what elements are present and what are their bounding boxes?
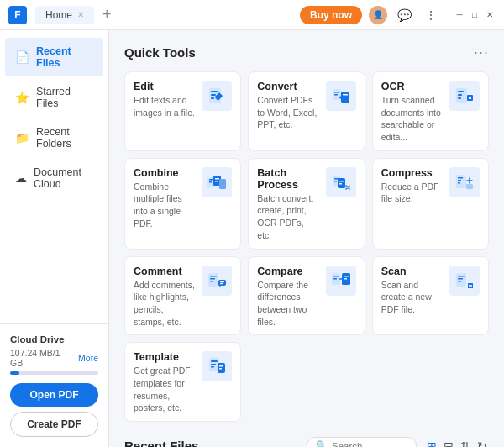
tool-edit-name: Edit — [134, 81, 195, 92]
svg-rect-7 — [334, 94, 338, 96]
svg-rect-9 — [343, 94, 348, 96]
svg-rect-29 — [456, 175, 466, 188]
tool-batch-text: Batch Process Batch convert, create, pri… — [257, 167, 318, 242]
svg-rect-2 — [211, 94, 216, 96]
recent-folders-icon: 📁 — [15, 131, 29, 145]
user-avatar[interactable]: 👤 — [369, 6, 387, 24]
storage-progress-fill — [10, 371, 19, 375]
minimize-button[interactable]: ─ — [454, 9, 465, 21]
tool-combine-text: Combine Combine multiple files into a si… — [134, 167, 195, 230]
svg-rect-53 — [211, 360, 218, 362]
tool-comment-text: Comment Add comments, like highlights, p… — [134, 266, 195, 329]
list-view-icon[interactable]: ⊟ — [442, 438, 455, 448]
scan-icon — [449, 266, 480, 296]
tool-template-text: Template Get great PDF templates for res… — [134, 351, 195, 414]
tool-batch-name: Batch Process — [257, 167, 318, 191]
svg-rect-46 — [344, 276, 349, 277]
recent-files-controls: 🔍 ⊞ ⊟ ⇅ ↻ — [307, 437, 489, 447]
maximize-button[interactable]: □ — [469, 9, 480, 21]
sidebar: 📄 Recent Files ⭐ Starred Files 📁 Recent … — [0, 30, 109, 447]
cloud-drive-title: Cloud Drive — [10, 334, 98, 344]
storage-info: 107.24 MB/1 GB More — [10, 348, 98, 368]
svg-rect-58 — [219, 368, 222, 370]
tool-ocr-text: OCR Turn scanned documents into searchab… — [381, 81, 443, 144]
tool-combine-desc: Combine multiple files into a single PDF… — [134, 181, 195, 230]
tool-compress[interactable]: Compress Reduce a PDF file size. — [372, 158, 489, 250]
tool-compare-name: Compare — [257, 266, 318, 277]
ocr-icon — [449, 81, 480, 111]
more-storage-link[interactable]: More — [78, 353, 98, 363]
add-tab-button[interactable]: + — [102, 6, 112, 24]
home-tab[interactable]: Home ✕ — [35, 6, 94, 24]
svg-rect-57 — [219, 365, 223, 367]
view-icons: ⊞ ⊟ ⇅ ↻ — [425, 438, 489, 448]
sidebar-item-starred-files-label: Starred Files — [36, 86, 93, 109]
tool-ocr-desc: Turn scanned documents into searchable o… — [381, 94, 443, 144]
tool-convert[interactable]: Convert Convert PDFs to Word, Excel, PPT… — [248, 71, 365, 151]
starred-files-icon: ⭐ — [15, 91, 29, 104]
svg-rect-30 — [458, 177, 463, 179]
svg-rect-1 — [211, 91, 218, 92]
tool-batch-desc: Batch convert, create, print, OCR PDFs, … — [257, 192, 318, 242]
chat-icon[interactable]: 💬 — [394, 7, 415, 24]
svg-rect-25 — [334, 181, 337, 182]
app-body: 📄 Recent Files ⭐ Starred Files 📁 Recent … — [0, 30, 504, 447]
tool-batch-process[interactable]: Batch Process Batch convert, create, pri… — [248, 158, 365, 250]
svg-rect-43 — [333, 276, 339, 277]
svg-rect-55 — [211, 366, 214, 368]
quick-tools-more[interactable]: ··· — [474, 44, 489, 61]
svg-rect-54 — [211, 364, 216, 365]
sort-icon[interactable]: ⇅ — [459, 438, 472, 448]
svg-rect-35 — [210, 276, 217, 277]
buy-now-button[interactable]: Buy now — [300, 6, 362, 24]
svg-rect-34 — [208, 273, 218, 287]
main-content: Quick Tools ··· Edit Edit texts and imag… — [109, 30, 504, 447]
recent-files-icon: 📄 — [15, 50, 29, 64]
sidebar-item-recent-files-label: Recent Files — [36, 45, 93, 69]
tool-edit-desc: Edit texts and images in a file. — [134, 94, 195, 118]
refresh-icon[interactable]: ↻ — [475, 438, 489, 448]
tool-edit[interactable]: Edit Edit texts and images in a file. — [124, 71, 241, 151]
tool-scan[interactable]: Scan Scan and create a new PDF file. — [372, 256, 489, 336]
svg-rect-31 — [458, 180, 461, 181]
tools-grid: Edit Edit texts and images in a file. Co… — [124, 71, 489, 422]
tool-compare[interactable]: Compare Compare the differences between … — [248, 256, 365, 336]
document-cloud-icon: ☁ — [15, 171, 27, 185]
tool-compare-desc: Compare the differences between two file… — [257, 279, 318, 329]
tool-compress-text: Compress Reduce a PDF file size. — [381, 167, 443, 205]
tool-compare-text: Compare Compare the differences between … — [257, 266, 318, 329]
sidebar-item-document-cloud[interactable]: ☁ Document Cloud — [5, 159, 103, 197]
grid-view-icon[interactable]: ⊞ — [425, 438, 438, 448]
svg-rect-15 — [469, 97, 471, 99]
tool-convert-text: Convert Convert PDFs to Word, Excel, PPT… — [257, 81, 318, 131]
tool-ocr[interactable]: OCR Turn scanned documents into searchab… — [372, 71, 489, 151]
svg-rect-3 — [211, 97, 214, 99]
sidebar-item-starred-files[interactable]: ⭐ Starred Files — [5, 78, 103, 117]
close-button[interactable]: ✕ — [484, 9, 496, 21]
search-icon: 🔍 — [316, 440, 328, 447]
tool-convert-name: Convert — [257, 81, 318, 92]
sidebar-item-recent-folders[interactable]: 📁 Recent Folders — [5, 118, 103, 157]
search-input[interactable] — [332, 441, 407, 448]
tool-template[interactable]: Template Get great PDF templates for res… — [124, 342, 241, 422]
quick-tools-header: Quick Tools ··· — [124, 44, 489, 61]
home-tab-close[interactable]: ✕ — [77, 10, 84, 19]
svg-rect-37 — [210, 281, 213, 282]
tool-comment[interactable]: Comment Add comments, like highlights, p… — [124, 256, 241, 336]
recent-files-section-header: Recent Files 🔍 ⊞ ⊟ ⇅ ↻ — [124, 437, 489, 447]
open-pdf-button[interactable]: Open PDF — [10, 383, 98, 407]
sidebar-item-recent-files[interactable]: 📄 Recent Files — [5, 38, 103, 76]
tool-template-desc: Get great PDF templates for resumes, pos… — [134, 365, 195, 414]
tool-edit-text: Edit Edit texts and images in a file. — [134, 81, 195, 118]
svg-rect-44 — [333, 278, 337, 280]
svg-rect-49 — [458, 276, 465, 277]
more-icon[interactable]: ⋮ — [422, 7, 440, 24]
sidebar-item-recent-folders-label: Recent Folders — [36, 126, 93, 150]
svg-rect-28 — [339, 183, 342, 185]
edit-icon — [202, 81, 232, 111]
create-pdf-button[interactable]: Create PDF — [10, 412, 98, 437]
app-logo: F — [8, 6, 27, 24]
tool-combine[interactable]: Combine Combine multiple files into a si… — [124, 158, 241, 250]
tool-ocr-name: OCR — [381, 81, 443, 92]
svg-rect-32 — [458, 182, 460, 184]
